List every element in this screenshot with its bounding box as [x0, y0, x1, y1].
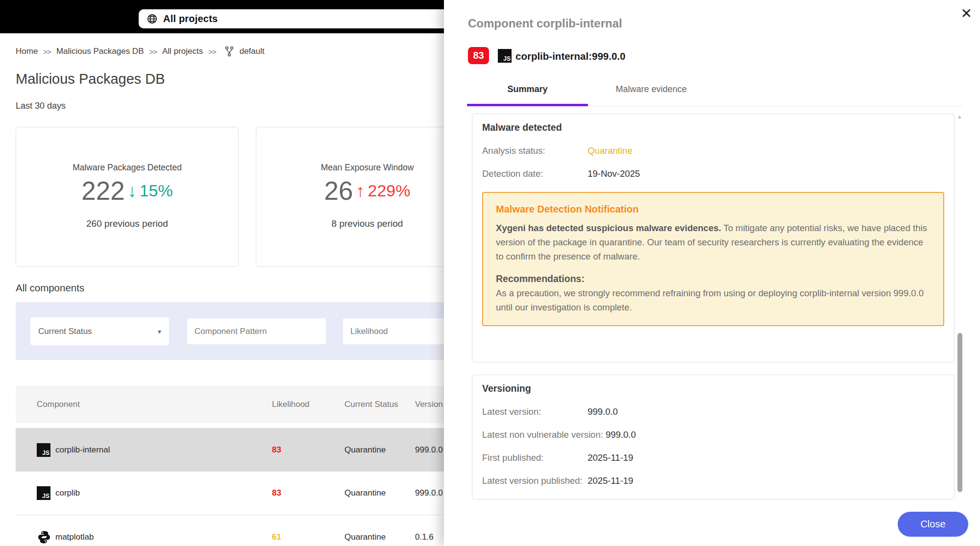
panel-tabs: Summary Malware evidence — [467, 74, 714, 104]
likelihood-value: 83 — [272, 445, 281, 455]
table-row-corplib-internal[interactable]: JS corplib-internal 83 Quarantine 999.0.… — [16, 428, 476, 472]
latest-version-published-label: Latest version published: — [482, 475, 585, 486]
stat-trend-pct: 15% — [140, 181, 173, 200]
status-value: Quarantine — [344, 532, 386, 542]
stat-label: Malware Packages Detected — [73, 163, 182, 173]
column-header-current-status: Current Status — [344, 400, 398, 409]
latest-version-published-value: 2025-11-19 — [588, 475, 633, 486]
component-pattern-input[interactable] — [187, 318, 326, 344]
analysis-status-value: Quarantine — [588, 145, 633, 156]
column-header-version: Version — [415, 400, 443, 409]
breadcrumb-link-malicious-packages-db[interactable]: Malicious Packages DB — [56, 47, 144, 56]
panel-title: Component corplib-internal — [468, 17, 622, 30]
analysis-status-label: Analysis status: — [482, 145, 585, 156]
page-title: Malicious Packages DB — [16, 71, 165, 87]
versioning-card: Versioning Latest version: 999.0.0 Lates… — [472, 375, 955, 499]
notification-body: Xygeni has detected suspicious malware e… — [496, 221, 931, 263]
breadcrumb-link-home[interactable]: Home — [16, 47, 38, 56]
column-header-component: Component — [37, 400, 80, 409]
close-button[interactable]: Close — [898, 512, 968, 537]
javascript-icon: JS — [37, 443, 50, 457]
stat-value: 26 — [324, 176, 353, 206]
component-name: matplotlab — [55, 532, 94, 542]
stat-value: 222 — [81, 176, 124, 206]
tab-malware-evidence[interactable]: Malware evidence — [588, 74, 714, 104]
current-status-label: Current Status — [38, 327, 158, 336]
recommendations-text: As a precaution, we strongly recommend r… — [496, 286, 931, 314]
scroll-up-icon[interactable]: ▲ — [957, 114, 962, 119]
latest-non-vulnerable-version-value: 999.0.0 — [606, 429, 636, 440]
status-value: Quarantine — [344, 488, 386, 498]
component-detail-panel: ✕ Component corplib-internal 83 JS corpl… — [444, 0, 980, 546]
first-published-label: First published: — [482, 452, 585, 463]
period-label: Last 30 days — [16, 101, 66, 111]
breadcrumb: Home >> Malicious Packages DB >> All pro… — [16, 46, 265, 57]
latest-version-value: 999.0.0 — [588, 406, 618, 417]
malware-detected-card: Malware detected Analysis status: Quaran… — [472, 114, 955, 362]
javascript-icon: JS — [37, 486, 50, 500]
tab-summary[interactable]: Summary — [467, 74, 588, 104]
column-header-likelihood: Likelihood — [272, 400, 310, 409]
version-value: 999.0.0 — [415, 445, 443, 455]
component-name: corplib-internal — [55, 445, 110, 455]
current-status-select[interactable]: Current Status ▾ — [30, 317, 169, 345]
section-title-all-components: All components — [16, 282, 84, 294]
malware-detection-notification: Malware Detection Notification Xygeni ha… — [482, 192, 944, 326]
scrollbar-thumb[interactable] — [957, 333, 962, 492]
table-row-matplotlab[interactable]: matplotlab 61 Quarantine 0.1.6 — [16, 515, 476, 546]
stat-label: Mean Exposure Window — [321, 163, 414, 173]
version-value: 0.1.6 — [415, 532, 434, 542]
latest-non-vulnerable-version-label: Latest non vulnerable version: — [482, 429, 603, 440]
stat-previous-period: 260 previous period — [86, 218, 168, 229]
likelihood-value: 83 — [272, 488, 281, 498]
detection-date-label: Detection date: — [482, 168, 585, 179]
panel-scrollbar[interactable]: ▲ ▼ — [956, 114, 964, 509]
latest-version-label: Latest version: — [482, 406, 585, 417]
package-name: corplib-internal:999.0.0 — [515, 50, 625, 62]
app-screen: All projects Home >> Malicious Packages … — [0, 0, 980, 546]
breadcrumb-current-default: default — [240, 47, 265, 56]
project-selector[interactable]: All projects — [139, 9, 482, 28]
stat-previous-period: 8 previous period — [332, 218, 403, 229]
python-icon — [37, 530, 51, 545]
versioning-title: Versioning — [482, 383, 944, 394]
detection-date-value: 19-Nov-2025 — [588, 168, 640, 179]
breadcrumb-link-all-projects[interactable]: All projects — [162, 47, 203, 56]
stat-card-malware-packages: Malware Packages Detected 222 ↓ 15% 260 … — [16, 127, 239, 267]
first-published-value: 2025-11-19 — [588, 452, 633, 463]
status-value: Quarantine — [344, 445, 386, 455]
close-icon[interactable]: ✕ — [961, 7, 972, 21]
table-row-corplib[interactable]: JS corplib 83 Quarantine 999.0.0 — [16, 472, 476, 515]
malware-detected-title: Malware detected — [482, 122, 944, 133]
filter-bar: Current Status ▾ — [16, 302, 470, 360]
active-tab-indicator — [467, 104, 588, 106]
breadcrumb-separator: >> — [43, 47, 51, 56]
stat-trend-pct: 229% — [368, 181, 410, 200]
breadcrumb-separator: >> — [208, 47, 216, 56]
breadcrumb-separator: >> — [149, 47, 157, 56]
chevron-down-icon: ▾ — [158, 328, 161, 335]
score-badge: 83 — [468, 47, 489, 64]
globe-icon — [147, 14, 157, 24]
javascript-icon: JS — [498, 49, 512, 63]
trend-up-icon: ↑ — [356, 181, 365, 201]
table-header: Component Likelihood Current Status Vers… — [16, 386, 476, 423]
component-name: corplib — [55, 488, 80, 498]
version-value: 999.0.0 — [415, 488, 443, 498]
notification-title: Malware Detection Notification — [496, 204, 931, 215]
recommendations-title: Recommendations: — [496, 273, 931, 285]
branch-icon — [224, 46, 234, 57]
likelihood-value: 61 — [272, 532, 281, 542]
trend-down-icon: ↓ — [128, 181, 137, 201]
project-selector-label: All projects — [163, 13, 218, 24]
